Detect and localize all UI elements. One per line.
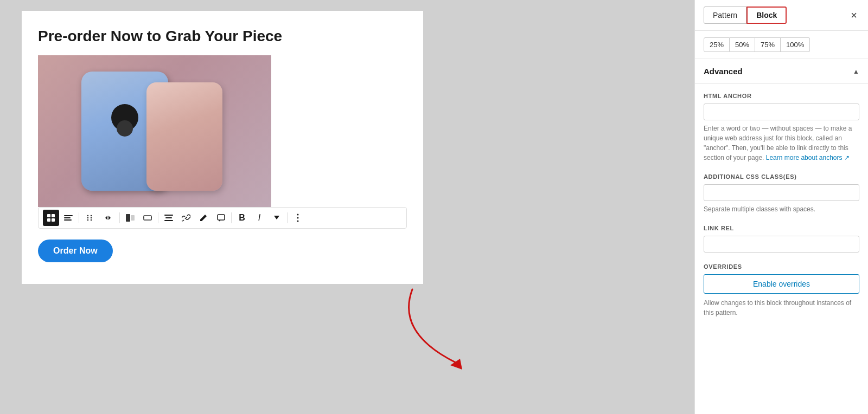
toolbar-divider-1 [79,212,79,223]
learn-more-anchors-link[interactable]: Learn more about anchors ↗ [766,154,850,161]
svg-rect-17 [144,216,151,220]
svg-point-10 [91,217,92,218]
html-anchor-label: HTML ANCHOR [704,93,859,99]
toolbar-navigate[interactable] [99,210,117,226]
toolbar-more-dropdown[interactable] [269,210,285,226]
tab-group: Pattern Block [704,7,787,24]
svg-marker-28 [450,359,462,370]
toolbar-divider-3 [158,212,158,223]
toolbar-divider-5 [287,212,288,223]
svg-rect-4 [64,215,73,216]
svg-point-7 [87,215,88,216]
overrides-description: Allow changes to this block throughout i… [704,298,859,318]
toolbar-text-align[interactable] [161,210,177,226]
block-image [38,55,271,207]
sidebar-close-button[interactable]: × [848,9,859,22]
advanced-header[interactable]: Advanced ▲ [695,59,868,84]
advanced-content: HTML ANCHOR Enter a word or two — withou… [695,84,868,337]
svg-point-26 [297,217,299,218]
sidebar-header: Pattern Block × [695,0,868,31]
additional-css-description: Separate multiple classes with spaces. [704,204,859,214]
svg-point-9 [87,217,88,218]
html-anchor-description: Enter a word or two — without spaces — t… [704,124,859,163]
toolbar-drag[interactable] [81,210,98,226]
html-anchor-group: HTML ANCHOR Enter a word or two — withou… [704,93,859,163]
enable-overrides-button[interactable]: Enable overrides [704,274,859,294]
svg-rect-23 [218,215,225,220]
toolbar-wide[interactable] [139,210,156,226]
svg-rect-21 [165,217,172,218]
svg-rect-3 [52,218,55,222]
additional-css-label: ADDITIONAL CSS CLASS(ES) [704,173,859,180]
canvas-area: Pre-order Now to Grab Your Piece [0,0,694,414]
overrides-label: OVERRIDES [704,263,859,270]
advanced-label: Advanced [704,67,743,76]
svg-rect-22 [164,220,173,221]
tab-block[interactable]: Block [746,7,787,24]
svg-point-12 [91,219,92,220]
width-100[interactable]: 100% [781,37,810,52]
additional-css-group: ADDITIONAL CSS CLASS(ES) Separate multip… [704,173,859,214]
svg-point-8 [91,215,92,216]
svg-point-11 [87,219,88,220]
svg-rect-5 [64,217,71,218]
width-75[interactable]: 75% [755,37,781,52]
order-now-button[interactable]: Order Now [38,240,113,262]
svg-rect-2 [47,218,50,222]
toolbar-divider-2 [119,212,120,223]
html-anchor-input[interactable] [704,104,859,120]
svg-rect-20 [164,215,173,216]
toolbar-italic[interactable]: I [251,210,267,226]
toolbar-divider-4 [231,212,232,223]
red-arrow-annotation [380,279,488,376]
canvas-wrapper: Pre-order Now to Grab Your Piece [22,11,673,403]
width-section: 25% 50% 75% 100% [695,31,868,59]
overrides-group: OVERRIDES Enable overrides Allow changes… [704,263,859,318]
svg-rect-16 [131,215,135,221]
svg-rect-15 [126,214,130,222]
additional-css-input[interactable] [704,184,859,201]
svg-point-27 [297,220,299,222]
toolbar-bold[interactable]: B [234,210,250,226]
sidebar: Pattern Block × 25% 50% 75% 100% Advance… [694,0,868,414]
phone-pink-graphic [146,82,222,191]
svg-marker-13 [105,216,107,220]
svg-marker-14 [108,216,111,220]
toolbar-options-kebab[interactable] [290,210,306,226]
toolbar-block-type[interactable] [60,210,76,226]
block-title: Pre-order Now to Grab Your Piece [38,27,407,46]
chevron-up-icon: ▲ [853,68,859,75]
svg-rect-6 [64,219,72,221]
svg-point-25 [297,214,299,215]
width-50[interactable]: 50% [730,37,755,52]
block-editor: Pre-order Now to Grab Your Piece [22,11,423,284]
toolbar-edit[interactable] [195,210,212,226]
toolbar-align-left[interactable] [122,210,138,226]
toolbar-comment[interactable] [213,210,229,226]
toolbar-block-icon[interactable] [43,210,59,226]
link-rel-input[interactable] [704,236,859,253]
width-25[interactable]: 25% [704,37,730,52]
tab-pattern[interactable]: Pattern [704,7,746,24]
svg-rect-1 [52,214,55,217]
block-toolbar: B I [38,207,407,229]
svg-rect-0 [47,214,50,217]
svg-marker-24 [274,216,279,219]
advanced-section: Advanced ▲ HTML ANCHOR Enter a word or t… [695,59,868,337]
toolbar-link[interactable] [178,210,194,226]
link-rel-label: LINK REL [704,225,859,231]
link-rel-group: LINK REL [704,225,859,253]
